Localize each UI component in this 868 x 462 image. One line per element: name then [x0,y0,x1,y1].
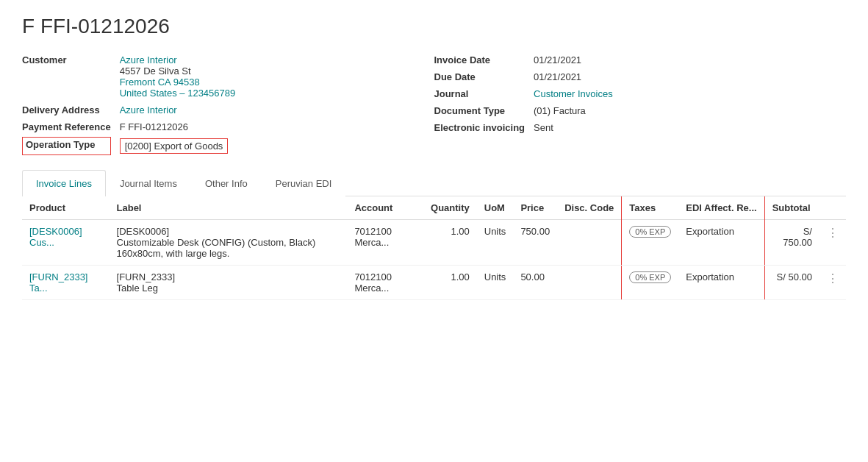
invoice-info-section: Invoice Date 01/21/2021 Due Date 01/21/2… [434,53,847,155]
customer-address: Azure Interior 4557 De Silva St Fremont … [120,53,434,100]
col-header-disc-code: Disc. Code [557,196,622,220]
page-title: F FFI-01212026 [22,15,846,38]
col-header-subtotal: Subtotal [764,196,819,220]
row1-tax-badge: 0% EXP [629,226,671,238]
row2-product: [FURN_2333] Ta... [22,266,110,300]
invoice-date-label: Invoice Date [434,53,526,67]
col-header-label: Label [110,196,348,220]
row1-label-long: Customizable Desk (CONFIG) (Custom, Blac… [117,237,340,259]
address-line1: 4557 De Silva St [120,65,434,77]
more-options-icon[interactable]: ⋮ [827,227,839,239]
journal-value[interactable]: Customer Invoices [534,87,846,101]
invoice-lines-table: Product Label Account Quantity UoM Price… [22,196,846,300]
tab-peruvian-edi[interactable]: Peruvian EDI [262,170,346,196]
row2-product-link[interactable]: [FURN_2333] Ta... [29,271,87,294]
row2-label: [FURN_2333] Table Leg [110,266,348,300]
customer-info-section: Customer Azure Interior 4557 De Silva St… [22,53,434,155]
operation-type-badge: [0200] Export of Goods [120,138,229,154]
row1-taxes: 0% EXP [622,220,678,266]
doc-type-value: (01) Factura [534,104,846,118]
row1-product-link[interactable]: [DESK0006] Cus... [29,226,82,248]
row2-account: 7012100 Merca... [347,266,423,300]
table-row: [FURN_2333] Ta... [FURN_2333] Table Leg … [22,266,846,300]
journal-label: Journal [434,87,526,101]
table-header-row: Product Label Account Quantity UoM Price… [22,196,846,220]
delivery-value[interactable]: Azure Interior [120,103,434,117]
col-header-taxes: Taxes [622,196,678,220]
row1-product: [DESK0006] Cus... [22,220,110,266]
customer-label: Customer [22,53,111,100]
col-header-account: Account [347,196,423,220]
delivery-label: Delivery Address [22,103,111,117]
invoice-lines-table-container: Product Label Account Quantity UoM Price… [22,196,846,300]
row1-uom: Units [477,220,514,266]
row2-taxes: 0% EXP [622,266,678,300]
customer-name-link[interactable]: Azure Interior [120,54,434,65]
row2-label-short: [FURN_2333] [117,271,340,282]
tab-journal-items[interactable]: Journal Items [106,170,191,196]
tab-other-info[interactable]: Other Info [191,170,262,196]
row1-subtotal: S/ 750.00 [764,220,819,266]
payment-ref-value: F FFI-01212026 [120,120,434,134]
row1-edi: Exportation [678,220,764,266]
more-options-icon[interactable]: ⋮ [827,272,839,285]
row1-price: 750.00 [513,220,557,266]
col-header-edi: EDI Affect. Re... [678,196,764,220]
row2-edi: Exportation [678,266,764,300]
payment-ref-label: Payment Reference [22,120,111,134]
operation-type-label: Operation Type [22,137,111,155]
row2-subtotal: S/ 50.00 [764,266,819,300]
row2-price: 50.00 [513,266,557,300]
col-header-uom: UoM [477,196,514,220]
row2-disc-code [557,266,622,300]
col-header-product: Product [22,196,110,220]
row1-more[interactable]: ⋮ [819,220,846,266]
due-date-value: 01/21/2021 [534,70,846,84]
tab-bar: Invoice Lines Journal Items Other Info P… [22,170,846,196]
row2-tax-badge: 0% EXP [629,271,671,283]
tab-invoice-lines[interactable]: Invoice Lines [22,170,106,196]
info-grid: Customer Azure Interior 4557 De Silva St… [22,53,846,155]
operation-type-value: [0200] Export of Goods [120,137,434,155]
doc-type-label: Document Type [434,104,526,118]
invoice-date-value: 01/21/2021 [534,53,846,67]
row2-uom: Units [477,266,514,300]
row1-account: 7012100 Merca... [347,220,423,266]
table-row: [DESK0006] Cus... [DESK0006] Customizabl… [22,220,846,266]
row1-label-short: [DESK0006] [117,226,340,237]
row2-more[interactable]: ⋮ [819,266,846,300]
row2-label-long: Table Leg [117,282,340,294]
col-header-more [819,196,846,220]
row1-quantity: 1.00 [423,220,477,266]
row2-quantity: 1.00 [423,266,477,300]
row1-label: [DESK0006] Customizable Desk (CONFIG) (C… [110,220,348,266]
row1-disc-code [557,220,622,266]
e-invoice-label: Electronic invoicing [434,121,526,135]
address-line3[interactable]: United States – 123456789 [120,88,434,99]
col-header-quantity: Quantity [423,196,477,220]
address-line2[interactable]: Fremont CA 94538 [120,77,434,88]
col-header-price: Price [513,196,557,220]
e-invoice-value: Sent [534,121,846,135]
due-date-label: Due Date [434,70,526,84]
